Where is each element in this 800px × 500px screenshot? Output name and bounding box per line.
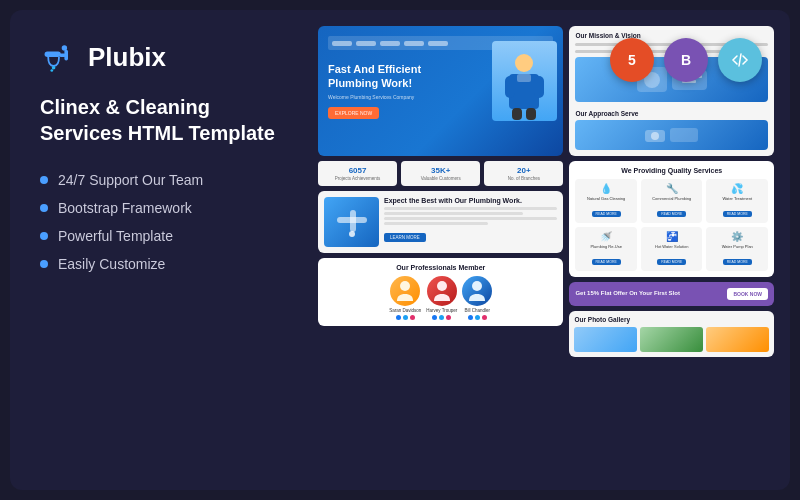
hero-subtitle: Welcome Plumbing Services Company bbox=[328, 94, 452, 101]
faucet-icon bbox=[40, 38, 78, 76]
service-btn[interactable]: READ MORE bbox=[657, 259, 686, 265]
nav-item bbox=[356, 41, 376, 46]
svg-rect-14 bbox=[350, 210, 356, 232]
product-card: Plubix Clinex & Cleaning Services HTML T… bbox=[10, 10, 790, 490]
social-dot bbox=[396, 315, 401, 320]
member-avatar bbox=[462, 276, 492, 306]
stat-label: Valuable Customers bbox=[405, 176, 476, 181]
team-heading: Our Professionals Member bbox=[324, 264, 557, 271]
team-member: Bill Chandler bbox=[462, 276, 492, 320]
svg-point-16 bbox=[400, 281, 410, 291]
preview-main: Fast And Efficient Plumbing Work! Welcom… bbox=[318, 26, 563, 474]
feature-item: Easily Customize bbox=[40, 256, 280, 272]
service-card: 🚰 Hot Water Solution READ MORE bbox=[641, 227, 703, 271]
svg-rect-2 bbox=[64, 50, 68, 61]
feature-item: 24/7 Support Our Team bbox=[40, 172, 280, 188]
member-social bbox=[468, 315, 487, 320]
approach-title: Our Approach Serve bbox=[575, 110, 768, 117]
bullet-icon bbox=[40, 232, 48, 240]
member-social bbox=[432, 315, 451, 320]
hero-title: Fast And Efficient Plumbing Work! bbox=[328, 62, 463, 91]
stat-label: Projects Achievements bbox=[322, 176, 393, 181]
promo-text: Get 15% Flat Offer On Your First Slot bbox=[575, 290, 679, 298]
stat-number: 20+ bbox=[488, 166, 559, 175]
preview-secondary: Our Mission & Vision Our Approach Se bbox=[569, 26, 774, 474]
gallery-grid bbox=[574, 327, 769, 352]
svg-rect-12 bbox=[517, 74, 531, 82]
feature-item: Powerful Template bbox=[40, 228, 280, 244]
service-btn[interactable]: READ MORE bbox=[592, 259, 621, 265]
promo-button[interactable]: BOOK NOW bbox=[727, 288, 768, 300]
member-name: Saran Davidson bbox=[389, 308, 421, 313]
hero-cta-button[interactable]: EXPLORE NOW bbox=[328, 107, 379, 119]
svg-point-5 bbox=[50, 69, 53, 72]
service-btn[interactable]: READ MORE bbox=[723, 259, 752, 265]
member-name: Harvey Trouper bbox=[426, 308, 457, 313]
service-btn[interactable]: READ MORE bbox=[592, 211, 621, 217]
section-image bbox=[324, 197, 379, 247]
team-members: Saran Davidson bbox=[324, 276, 557, 320]
social-dot bbox=[410, 315, 415, 320]
nav-item bbox=[428, 41, 448, 46]
approach-image bbox=[575, 120, 768, 150]
service-icon: 🚰 bbox=[645, 231, 699, 242]
svg-rect-10 bbox=[512, 108, 522, 120]
right-panel: Fast And Efficient Plumbing Work! Welcom… bbox=[310, 10, 790, 490]
stat-label: No. of Branches bbox=[488, 176, 559, 181]
features-list: 24/7 Support Our Team Bootstrap Framewor… bbox=[40, 172, 280, 272]
svg-point-4 bbox=[52, 66, 56, 70]
logo-text: Plubix bbox=[88, 42, 166, 73]
svg-rect-25 bbox=[670, 128, 698, 142]
gallery-image bbox=[706, 327, 769, 352]
team-member: Harvey Trouper bbox=[426, 276, 457, 320]
bullet-icon bbox=[40, 204, 48, 212]
approach-section: Our Approach Serve bbox=[575, 110, 768, 150]
social-dot bbox=[446, 315, 451, 320]
service-btn[interactable]: READ MORE bbox=[723, 211, 752, 217]
service-card: 🔧 Commercial Plumbing READ MORE bbox=[641, 179, 703, 223]
svg-point-17 bbox=[437, 281, 447, 291]
team-section: Our Professionals Member Saran Davidson bbox=[318, 258, 563, 326]
logo-row: Plubix bbox=[40, 38, 280, 76]
services-section: We Providing Quality Services 💧 Natural … bbox=[569, 161, 774, 277]
social-dot bbox=[468, 315, 473, 320]
hero-worker-image bbox=[492, 41, 557, 121]
bootstrap-badge: B bbox=[664, 38, 708, 82]
member-avatar bbox=[390, 276, 420, 306]
svg-point-15 bbox=[349, 231, 355, 237]
service-card: 💦 Water Treatment READ MORE bbox=[706, 179, 768, 223]
social-dot bbox=[482, 315, 487, 320]
member-name: Bill Chandler bbox=[464, 308, 490, 313]
service-btn[interactable]: READ MORE bbox=[657, 211, 686, 217]
service-card: 🚿 Plumbing Re-Use READ MORE bbox=[575, 227, 637, 271]
nav-item bbox=[332, 41, 352, 46]
section-heading: Expect the Best with Our Plumbing Work. bbox=[384, 197, 557, 204]
stat-number: 6057 bbox=[322, 166, 393, 175]
section-cta[interactable]: LEARN MORE bbox=[384, 233, 426, 242]
text-line bbox=[384, 207, 557, 210]
nav-item bbox=[380, 41, 400, 46]
promo-section: Get 15% Flat Offer On Your First Slot BO… bbox=[569, 282, 774, 306]
stat-box: 6057 Projects Achievements bbox=[318, 161, 397, 186]
svg-rect-0 bbox=[45, 52, 61, 57]
bullet-icon bbox=[40, 176, 48, 184]
svg-rect-9 bbox=[534, 76, 544, 98]
section-text: Expect the Best with Our Plumbing Work. … bbox=[384, 197, 557, 247]
code-badge bbox=[718, 38, 762, 82]
left-panel: Plubix Clinex & Cleaning Services HTML T… bbox=[10, 10, 310, 490]
service-card: 💧 Natural Gas Cleaning READ MORE bbox=[575, 179, 637, 223]
service-icon: ⚙️ bbox=[710, 231, 764, 242]
stats-row: 6057 Projects Achievements 35K+ Valuable… bbox=[318, 161, 563, 186]
plumbing-section: Expect the Best with Our Plumbing Work. … bbox=[318, 191, 563, 253]
section-lines bbox=[384, 207, 557, 225]
member-social bbox=[396, 315, 415, 320]
svg-rect-11 bbox=[526, 108, 536, 120]
service-icon: 💧 bbox=[579, 183, 633, 194]
feature-item: Bootstrap Framework bbox=[40, 200, 280, 216]
service-icon: 🔧 bbox=[645, 183, 699, 194]
svg-point-18 bbox=[472, 281, 482, 291]
svg-rect-8 bbox=[505, 76, 515, 98]
social-dot bbox=[439, 315, 444, 320]
team-member: Saran Davidson bbox=[389, 276, 421, 320]
stat-box: 35K+ Valuable Customers bbox=[401, 161, 480, 186]
